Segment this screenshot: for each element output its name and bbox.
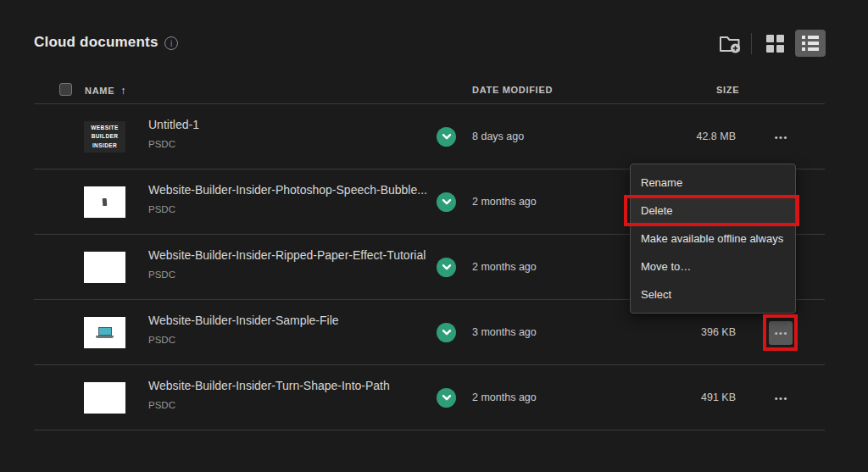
document-title: Website-Builder-Insider-Turn-Shape-Into-… <box>148 379 390 393</box>
document-thumbnail <box>84 252 125 283</box>
context-menu: Rename Delete Make available offline alw… <box>630 164 796 314</box>
cloud-synced-icon <box>437 258 456 277</box>
more-options-icon: ••• <box>773 132 788 142</box>
sort-ascending-icon: ↑ <box>120 85 125 97</box>
menu-item-delete[interactable]: Delete <box>631 197 795 225</box>
menu-item-make-available-offline[interactable]: Make available offline always <box>631 225 795 253</box>
select-all-checkbox[interactable] <box>59 83 72 96</box>
document-type: PSDC <box>148 335 339 345</box>
cloud-synced-icon <box>437 388 456 408</box>
date-modified: 2 months ago <box>472 261 537 273</box>
date-modified: 2 months ago <box>472 196 537 208</box>
menu-item-move-to[interactable]: Move to… <box>631 253 795 280</box>
document-thumbnail <box>84 186 125 218</box>
date-modified: 8 days ago <box>472 130 524 142</box>
cloud-documents-screen: Cloud documents i NAME↑ DATE MODIFIED SI… <box>0 0 868 472</box>
date-modified: 2 months ago <box>472 391 537 403</box>
more-options-button[interactable]: ••• <box>769 386 793 410</box>
document-type: PSDC <box>148 204 427 214</box>
document-type: PSDC <box>148 269 426 280</box>
more-options-button[interactable]: ••• <box>769 125 793 149</box>
thumbnail-glyph <box>103 198 108 206</box>
list-view-button-selected[interactable] <box>795 30 826 57</box>
grid-icon <box>766 35 784 53</box>
document-type: PSDC <box>148 139 199 149</box>
column-header-name[interactable]: NAME↑ <box>85 85 125 97</box>
document-thumbnail <box>84 382 125 414</box>
file-size: 42.8 MB <box>696 130 736 142</box>
file-size: 491 KB <box>701 391 736 403</box>
grid-view-button[interactable] <box>764 33 786 54</box>
date-modified: 3 months ago <box>472 326 537 338</box>
list-icon <box>802 36 819 51</box>
cloud-synced-icon <box>437 192 456 212</box>
more-options-button-active[interactable]: ••• <box>769 321 793 345</box>
column-header-date-modified: DATE MODIFIED <box>472 85 553 95</box>
page-title: Cloud documents <box>34 34 159 51</box>
document-title: Website-Builder-Insider-Photoshop-Speech… <box>148 183 427 197</box>
document-thumbnail: WEBSITE BUILDER INSIDER <box>84 121 125 153</box>
menu-item-select[interactable]: Select <box>631 280 795 308</box>
menu-item-rename[interactable]: Rename <box>631 169 795 197</box>
cloud-synced-icon <box>437 127 456 147</box>
more-options-icon: ••• <box>773 393 788 403</box>
document-row-untitled-1[interactable]: WEBSITE BUILDER INSIDER Untitled-1 PSDC … <box>34 104 825 169</box>
laptop-icon <box>96 327 114 338</box>
cloud-synced-icon <box>437 323 456 342</box>
document-title: Website-Builder-Insider-Sample-File <box>148 314 339 328</box>
more-options-icon: ••• <box>773 328 788 338</box>
document-row-turn-shape-into-path[interactable]: Website-Builder-Insider-Turn-Shape-Into-… <box>34 365 825 430</box>
info-icon[interactable]: i <box>164 36 178 50</box>
column-header-size: SIZE <box>716 85 739 95</box>
toolbar-divider <box>751 33 752 54</box>
document-title: Website-Builder-Insider-Ripped-Paper-Eff… <box>148 248 426 263</box>
document-title: Untitled-1 <box>148 118 199 132</box>
folder-plus-icon <box>719 34 742 54</box>
file-size: 396 KB <box>701 326 736 338</box>
document-thumbnail <box>84 317 125 348</box>
new-folder-button[interactable] <box>717 32 743 55</box>
document-type: PSDC <box>148 400 390 410</box>
